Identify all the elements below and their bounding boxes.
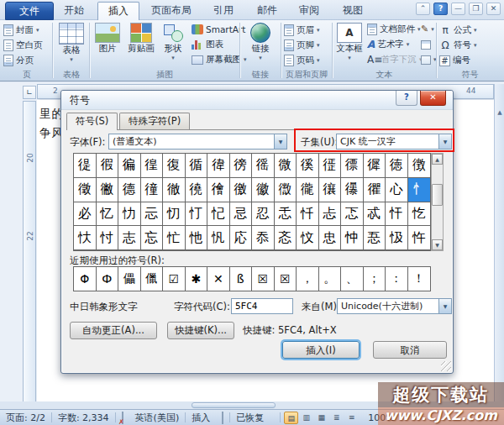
status-recovered[interactable]: 已恢复 bbox=[230, 412, 270, 424]
recent-symbol-cell[interactable]: ； bbox=[364, 267, 386, 291]
header-button[interactable]: 页眉▾ bbox=[282, 23, 331, 38]
recent-symbol-cell[interactable]: 儡 bbox=[118, 267, 141, 291]
tab-mailings[interactable]: 邮件 bbox=[247, 2, 287, 20]
symbol-cell[interactable]: 徵 bbox=[74, 178, 97, 202]
symbol-cell[interactable]: 徺 bbox=[186, 178, 208, 202]
vertical-scrollbar[interactable]: ▲ bbox=[494, 84, 504, 403]
symbol-cell[interactable]: 徾 bbox=[275, 178, 297, 202]
symbol-cell[interactable]: 忆 bbox=[97, 202, 119, 227]
symbol-cell[interactable]: 復 bbox=[163, 154, 186, 178]
symbol-cell[interactable]: 忏 bbox=[297, 202, 319, 227]
symbol-cell[interactable]: 忟 bbox=[297, 226, 319, 250]
scrollbar-thumb[interactable] bbox=[432, 184, 443, 206]
tab-references[interactable]: 引用 bbox=[203, 2, 244, 20]
collapse-ribbon-icon[interactable]: ⌃ bbox=[416, 3, 430, 15]
symbol-cell[interactable]: 応 bbox=[230, 226, 253, 250]
symbol-cell[interactable]: 徥 bbox=[74, 154, 97, 178]
recent-symbol-cell[interactable]: ☑ bbox=[163, 267, 186, 291]
view-outline-icon[interactable]: ≣ bbox=[329, 412, 344, 424]
subset-dropdown[interactable]: CJK 统一汉字 ▼ bbox=[336, 134, 452, 150]
scrollbar-thumb[interactable] bbox=[192, 402, 276, 408]
recent-symbol-cell[interactable]: ✱ bbox=[186, 267, 208, 291]
symbol-cell[interactable]: 必 bbox=[74, 202, 97, 227]
symbol-cell[interactable]: 忚 bbox=[186, 226, 208, 250]
symbol-cell[interactable]: 忑 bbox=[341, 202, 364, 227]
symbol-cell[interactable]: 徳 bbox=[386, 154, 408, 178]
links-button[interactable]: 链接 ▾ bbox=[241, 23, 280, 61]
symbol-cell[interactable]: 志 bbox=[118, 226, 141, 250]
symbol-cell[interactable]: 忢 bbox=[364, 226, 386, 250]
symbol-cell[interactable]: 忓 bbox=[386, 202, 408, 227]
symbol-cell[interactable]: 忕 bbox=[74, 226, 97, 250]
symbol-cell[interactable]: 徻 bbox=[207, 178, 230, 202]
symbol-cell[interactable]: 忐 bbox=[319, 202, 342, 227]
symbol-cell[interactable]: 徬 bbox=[230, 154, 253, 178]
status-language[interactable]: 英语(美国) bbox=[129, 412, 186, 424]
symbol-cell[interactable]: 徲 bbox=[364, 154, 386, 178]
footer-button[interactable]: 页脚▾ bbox=[282, 38, 331, 53]
symbol-cell[interactable]: 忋 bbox=[207, 202, 230, 227]
symbol-cell[interactable]: 忣 bbox=[386, 226, 408, 250]
symbol-cell[interactable]: 忖 bbox=[97, 226, 119, 250]
tab-file[interactable]: 文件 bbox=[5, 2, 54, 20]
tab-view[interactable]: 视图 bbox=[333, 2, 373, 20]
symbol-cell[interactable]: 徯 bbox=[297, 154, 319, 178]
status-insert-mode[interactable]: 插入 bbox=[186, 412, 216, 424]
numbering-button[interactable]: # 编号 bbox=[438, 53, 502, 68]
view-fullscreen-reading-icon[interactable]: ▥ bbox=[299, 412, 313, 424]
symbol-cell[interactable]: 忝 bbox=[252, 226, 275, 250]
chevron-down-icon[interactable]: ▼ bbox=[438, 299, 451, 313]
recent-symbol-cell[interactable]: 、 bbox=[341, 267, 364, 291]
textbox-button[interactable]: A 文本框 ▾ bbox=[334, 23, 365, 61]
symbol-cell[interactable]: 徹 bbox=[163, 178, 186, 202]
page-number-button[interactable]: 页码▾ bbox=[282, 53, 331, 68]
dialog-tab-symbols[interactable]: 符号(S) bbox=[66, 113, 118, 130]
autocorrect-button[interactable]: 自动更正(A)... bbox=[70, 322, 157, 339]
drop-cap-button[interactable]: A≡ 首字下沉▾ bbox=[365, 52, 424, 67]
symbol-grid[interactable]: 徥徦徧徨復循徫徬徭微徯徰徱徲徳徴徵徶德徸徹徺徻徼徽徾徿忀忁忂心忄必忆忇忈忉忊忋忌… bbox=[73, 153, 431, 251]
recent-symbol-cell[interactable]: 儠 bbox=[141, 267, 164, 291]
symbol-cell[interactable]: 忈 bbox=[141, 202, 164, 227]
close-button[interactable]: ✕ bbox=[486, 3, 501, 15]
symbol-cell[interactable]: 徭 bbox=[252, 154, 275, 178]
quick-parts-button[interactable]: 文档部件▾ bbox=[365, 22, 424, 37]
symbol-cell[interactable]: 忘 bbox=[141, 226, 164, 250]
insert-button[interactable]: 插入(I) bbox=[282, 341, 360, 359]
symbol-cell[interactable]: 忤 bbox=[408, 226, 431, 250]
symbol-cell[interactable]: 徽 bbox=[252, 178, 275, 202]
cancel-button[interactable]: 取消 bbox=[373, 341, 447, 359]
symbol-cell[interactable]: 徿 bbox=[297, 178, 319, 202]
vertical-ruler[interactable]: 20 22 bbox=[23, 101, 36, 403]
symbol-cell[interactable]: 忡 bbox=[341, 226, 364, 250]
recent-symbol-cell[interactable]: ！ bbox=[408, 267, 431, 291]
tab-review[interactable]: 审阅 bbox=[289, 2, 329, 20]
recent-symbol-cell[interactable]: ， bbox=[297, 267, 319, 291]
symbol-cell[interactable]: 徼 bbox=[230, 178, 253, 202]
recent-symbol-cell[interactable]: ☒ bbox=[252, 267, 275, 291]
help-icon[interactable]: ? bbox=[433, 3, 448, 15]
symbol-cell[interactable]: 忒 bbox=[364, 202, 386, 227]
tab-insert[interactable]: 插入 bbox=[97, 2, 139, 20]
symbol-cell[interactable]: 徨 bbox=[141, 154, 164, 178]
symbol-cell[interactable]: 忌 bbox=[230, 202, 253, 227]
picture-button[interactable]: 图片 bbox=[92, 23, 123, 55]
recent-symbol-cell[interactable]: Φ bbox=[74, 267, 97, 291]
table-button[interactable]: 表格 ▾ bbox=[54, 23, 89, 63]
scroll-down-icon[interactable]: ▼ bbox=[432, 239, 443, 250]
recent-symbol-cell[interactable]: ✕ bbox=[207, 267, 230, 291]
view-print-layout-icon[interactable]: ▤ bbox=[284, 412, 298, 424]
spellcheck-icon[interactable] bbox=[116, 412, 129, 423]
symbol-cell[interactable]: 徫 bbox=[207, 154, 230, 178]
dialog-help-button[interactable]: ? bbox=[396, 91, 417, 106]
view-draft-icon[interactable]: ≡ bbox=[344, 412, 359, 424]
symbol-cell[interactable]: 忇 bbox=[118, 202, 141, 227]
dialog-tab-special-chars[interactable]: 特殊字符(P) bbox=[119, 113, 190, 129]
cover-page-button[interactable]: 封面▾ bbox=[2, 23, 52, 38]
symbol-cell[interactable]: 忍 bbox=[252, 202, 275, 227]
chevron-down-icon[interactable]: ▼ bbox=[274, 134, 286, 149]
page-break-button[interactable]: 分页 bbox=[2, 53, 52, 68]
char-code-input[interactable] bbox=[231, 298, 293, 314]
restore-button[interactable]: ❐ bbox=[469, 3, 483, 15]
symbol-cell[interactable]: 徴 bbox=[408, 154, 431, 178]
symbol-cell[interactable]: 微 bbox=[275, 154, 297, 178]
